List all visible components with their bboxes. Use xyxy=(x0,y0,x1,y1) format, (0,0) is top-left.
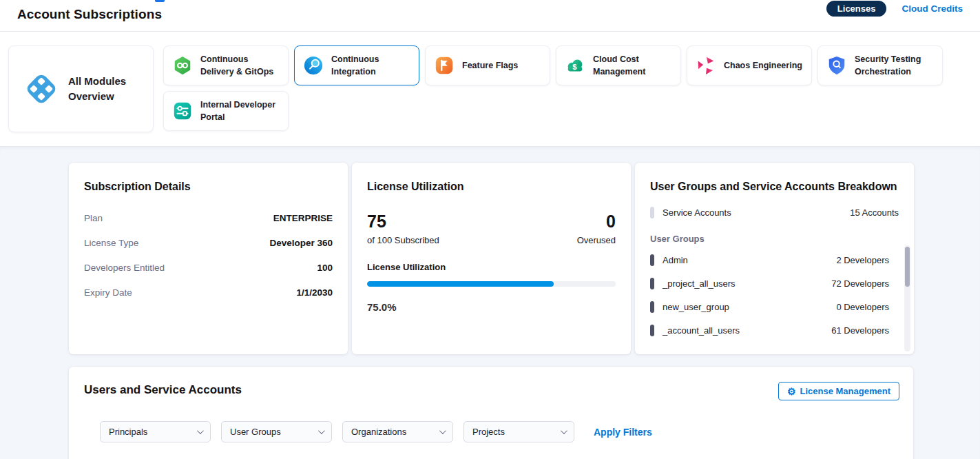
user-groups-header: User Groups xyxy=(650,234,899,244)
user-group-marker xyxy=(650,278,654,289)
used-block: 75 of 100 Subscribed xyxy=(367,212,439,245)
service-accounts-row: Service Accounts 15 Accounts xyxy=(650,207,899,218)
user-group-row: _account_all_users 61 Developers xyxy=(650,318,899,342)
all-modules-overview-label: All Modules Overview xyxy=(68,74,143,105)
user-group-name: Admin xyxy=(663,255,688,265)
utilization-bar-label: License Utilization xyxy=(367,262,616,272)
chevron-down-icon xyxy=(318,427,325,434)
detail-label: Expiry Date xyxy=(84,287,132,298)
tab-cloud-credits[interactable]: Cloud Credits xyxy=(901,3,963,14)
user-groups-list: Admin 2 Developers _project_all_users 72… xyxy=(650,248,899,342)
user-group-marker xyxy=(650,325,654,336)
continuous-integration-icon xyxy=(303,55,324,76)
cd-gitops-icon xyxy=(172,55,193,76)
user-group-row: Admin 2 Developers xyxy=(650,248,899,272)
user-group-name: _account_all_users xyxy=(663,325,740,336)
module-selector-section: All Modules Overview Continuous Delivery… xyxy=(0,32,980,146)
used-caption: of 100 Subscribed xyxy=(367,235,439,245)
scrollbar-thumb[interactable] xyxy=(905,247,910,287)
user-groups-scrollbar[interactable] xyxy=(904,245,910,351)
module-label: Cloud Cost Management xyxy=(593,53,674,78)
users-section-title: Users and Service Accounts xyxy=(84,383,898,397)
user-group-value: 61 Developers xyxy=(831,325,889,336)
module-label: Chaos Engineering xyxy=(724,59,802,72)
user-group-marker xyxy=(650,301,654,313)
detail-value: 100 xyxy=(317,263,333,273)
module-label: Feature Flags xyxy=(462,59,518,72)
breakdown-title: User Groups and Service Accounts Breakdo… xyxy=(650,181,899,193)
module-label: Continuous Integration xyxy=(331,53,412,78)
utilization-percent: 75.0% xyxy=(367,301,616,313)
service-accounts-label: Service Accounts xyxy=(663,207,731,218)
user-group-value: 2 Developers xyxy=(836,255,889,265)
subscription-details-title: Subscription Details xyxy=(84,181,333,193)
detail-value: ENTERPRISE xyxy=(273,213,333,223)
overused-block: 0 Overused xyxy=(577,212,616,245)
chevron-down-icon xyxy=(561,427,567,434)
apply-filters-link[interactable]: Apply Filters xyxy=(594,427,652,438)
overused-count: 0 xyxy=(577,212,616,232)
breakdown-card: User Groups and Service Accounts Breakdo… xyxy=(635,163,914,354)
cloud-cost-icon: $ xyxy=(565,55,585,76)
chaos-engineering-icon xyxy=(696,55,716,76)
security-testing-icon xyxy=(826,55,847,76)
user-group-value: 0 Developers xyxy=(836,302,889,312)
service-accounts-value: 15 Accounts xyxy=(850,207,899,218)
filter-user-groups[interactable]: User Groups xyxy=(221,421,332,442)
module-card-chaos-engineering[interactable]: Chaos Engineering xyxy=(687,45,812,85)
internal-developer-portal-icon xyxy=(172,101,193,121)
page-title: Account Subscriptions xyxy=(17,7,162,22)
utilization-numbers: 75 of 100 Subscribed 0 Overused xyxy=(367,212,616,245)
subscription-details-card: Subscription Details Plan ENTERPRISE Lic… xyxy=(69,163,348,354)
user-group-name: _project_all_users xyxy=(663,278,736,289)
user-group-row: new_user_group 0 Developers xyxy=(650,295,899,318)
user-group-name: new_user_group xyxy=(663,302,729,312)
detail-label: Plan xyxy=(84,213,103,223)
feature-flags-icon xyxy=(434,55,455,76)
utilization-progress-fill xyxy=(367,281,554,287)
filters-row: Principals User Groups Organizations Pro… xyxy=(100,421,898,442)
module-card-internal-developer-portal[interactable]: Internal Developer Portal xyxy=(163,91,289,131)
overused-caption: Overused xyxy=(577,235,616,245)
user-group-row: _project_all_users 72 Developers xyxy=(650,272,899,295)
detail-label: Developers Entitled xyxy=(84,263,165,273)
module-card-security-testing[interactable]: Security Testing Orchestration xyxy=(817,45,943,85)
license-utilization-title: License Utilization xyxy=(367,181,616,193)
detail-label: License Type xyxy=(84,238,138,248)
filter-projects[interactable]: Projects xyxy=(463,421,574,442)
all-modules-overview-card[interactable]: All Modules Overview xyxy=(8,45,154,132)
tab-licenses[interactable]: Licenses xyxy=(826,1,887,17)
module-card-cloud-cost[interactable]: $ Cloud Cost Management xyxy=(556,45,681,85)
used-count: 75 xyxy=(367,212,439,232)
header-tabs: Licenses Cloud Credits xyxy=(826,0,963,17)
module-card-cd-gitops[interactable]: Continuous Delivery & GitOps xyxy=(163,45,289,85)
users-service-accounts-card: Users and Service Accounts ⚙ License Man… xyxy=(69,367,913,459)
detail-value: 1/1/2030 xyxy=(296,287,333,298)
license-utilization-card: License Utilization 75 of 100 Subscribed… xyxy=(352,163,631,354)
all-modules-icon xyxy=(23,70,60,108)
module-card-continuous-integration[interactable]: Continuous Integration xyxy=(294,45,419,85)
chevron-down-icon xyxy=(197,427,204,434)
filter-label: Principals xyxy=(109,427,147,437)
filter-principals[interactable]: Principals xyxy=(100,421,211,442)
detail-row-expiry-date: Expiry Date 1/1/2030 xyxy=(84,280,333,305)
subscription-details-rows: Plan ENTERPRISE License Type Developer 3… xyxy=(84,205,333,305)
svg-text:$: $ xyxy=(572,63,577,71)
module-cards: Continuous Delivery & GitOps Continuous … xyxy=(163,45,972,131)
filter-organizations[interactable]: Organizations xyxy=(342,421,453,442)
page-header: Account Subscriptions Licenses Cloud Cre… xyxy=(0,0,980,32)
service-accounts-marker xyxy=(650,207,654,218)
user-group-value: 72 Developers xyxy=(831,278,889,289)
gear-icon: ⚙ xyxy=(787,387,796,396)
clipped-scroll-artifact xyxy=(155,0,165,2)
module-card-feature-flags[interactable]: Feature Flags xyxy=(425,45,550,85)
module-label: Security Testing Orchestration xyxy=(855,53,935,78)
chevron-down-icon xyxy=(439,427,446,434)
detail-value: Developer 360 xyxy=(269,238,333,248)
license-management-button[interactable]: ⚙ License Management xyxy=(778,382,899,400)
license-management-label: License Management xyxy=(800,386,891,396)
filter-label: Projects xyxy=(472,427,505,437)
summary-cards-row: Subscription Details Plan ENTERPRISE Lic… xyxy=(69,163,914,354)
filter-label: Organizations xyxy=(351,427,406,437)
detail-row-developers-entitled: Developers Entitled 100 xyxy=(84,255,333,280)
